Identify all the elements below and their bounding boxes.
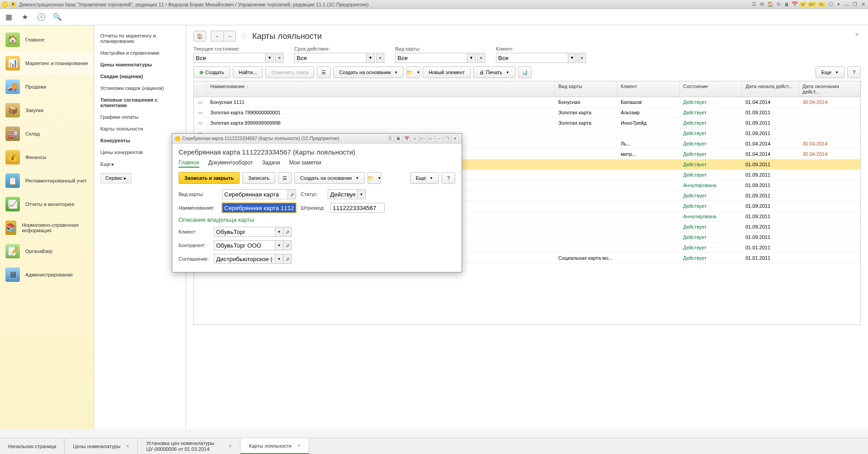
tab-docs[interactable]: Документооборот xyxy=(208,159,253,168)
tab-tasks[interactable]: Задачи xyxy=(262,159,280,168)
modal-tb-icon1[interactable]: ☰ xyxy=(387,136,394,142)
nav-reports[interactable]: 📈Отчеты и мониторинг xyxy=(0,192,94,216)
barcode-input[interactable] xyxy=(330,203,385,213)
nav-sales[interactable]: 🚚Продажи xyxy=(0,75,94,98)
modal-close-icon[interactable]: ✕ xyxy=(452,136,459,142)
th-client[interactable]: Клиент xyxy=(617,81,679,97)
clear-icon[interactable]: × xyxy=(376,53,384,63)
modal-titlebar[interactable]: Серебрянная карта 1112223334567 (Карты л… xyxy=(172,134,462,144)
favorite-icon[interactable]: ★ xyxy=(21,13,29,21)
modal-maximize-icon[interactable]: ❐ xyxy=(443,136,451,142)
cancel-search-button[interactable]: Отменить поиск xyxy=(265,66,314,78)
modal-create-based-button[interactable]: Создать на основании▼ xyxy=(294,172,365,184)
back-button[interactable]: ← xyxy=(211,31,223,42)
dropdown-icon[interactable]: ▼ xyxy=(568,53,576,63)
modal-memory-mplus[interactable]: M+ xyxy=(419,136,426,142)
dropdown-icon[interactable]: ▾ xyxy=(275,240,283,250)
open-icon[interactable]: ⬀ xyxy=(288,189,296,199)
sub-reports[interactable]: Отчеты по маркетингу и планированию xyxy=(94,30,186,47)
sub-prices[interactable]: Цены номенклатуры xyxy=(94,59,186,70)
th-status[interactable]: Состояние xyxy=(679,81,742,97)
dropdown-icon[interactable]: ▾ xyxy=(275,227,283,237)
tab-notes[interactable]: Мои заметки xyxy=(289,159,321,168)
btab-start[interactable]: Начальная страница xyxy=(0,438,65,454)
dropdown-icon[interactable]: ▼ xyxy=(467,53,476,63)
maximize-icon[interactable]: ❐ xyxy=(852,1,858,8)
close-icon[interactable]: ✕ xyxy=(860,1,866,8)
more-button[interactable]: Еще▼ xyxy=(816,66,844,78)
filter-cardtype-input[interactable] xyxy=(395,53,467,63)
tb-icon-1[interactable]: ☰ xyxy=(751,1,757,8)
filter-period-input[interactable] xyxy=(294,53,367,63)
nav-purchases[interactable]: 📦Закупки xyxy=(0,98,94,122)
modal-more-button[interactable]: Еще▼ xyxy=(410,172,439,184)
sub-service-button[interactable]: Сервис ▸ xyxy=(100,173,132,183)
table-row[interactable]: ▭Золотая карта 9999999999998Золотая карт… xyxy=(194,118,860,128)
nav-marketing[interactable]: 📊Маркетинг и планирование xyxy=(0,51,94,75)
open-icon[interactable]: ⬀ xyxy=(283,240,292,250)
find-button[interactable]: Найти... xyxy=(233,66,263,78)
nav-admin[interactable]: 🖥Администрирование xyxy=(0,263,94,286)
th-type[interactable]: Вид карты xyxy=(555,81,617,97)
th-end[interactable]: Дата окончания дейст... xyxy=(799,81,860,97)
open-icon[interactable]: ⬀ xyxy=(283,254,292,264)
modal-folder-button[interactable]: 📁▼ xyxy=(368,172,381,184)
minimize-icon[interactable]: — xyxy=(844,1,850,8)
contractor-input[interactable] xyxy=(214,240,275,250)
clear-icon[interactable]: × xyxy=(275,53,283,63)
th-icon[interactable] xyxy=(194,81,207,97)
table-row[interactable]: ▭Золотая карта 7890000000001Золотая карт… xyxy=(194,108,860,118)
folder-icon-button[interactable]: 📁▼ xyxy=(406,66,420,78)
close-page-icon[interactable]: ✕ xyxy=(855,32,859,37)
dropdown-icon[interactable]: ▼ xyxy=(367,53,375,63)
filter-client-input[interactable] xyxy=(496,53,568,63)
list-icon-button[interactable]: ☰ xyxy=(278,172,292,184)
new-element-button[interactable]: Новый элемент xyxy=(423,66,471,78)
tb-icon-cal[interactable]: 📅 xyxy=(792,1,798,8)
modal-memory-m[interactable]: M xyxy=(411,136,418,142)
info-icon[interactable]: ⓘ xyxy=(827,1,834,8)
tb-icon-3[interactable]: 🏠 xyxy=(767,1,774,8)
dropdown-icon[interactable]: ▾ xyxy=(275,254,283,264)
sub-settings[interactable]: Настройки и справочники xyxy=(94,47,186,59)
btab-prices[interactable]: Цены номенклатуры✕ xyxy=(65,438,138,454)
clear-icon[interactable]: × xyxy=(477,53,485,63)
client-input[interactable] xyxy=(214,227,275,237)
tb-icon-4[interactable]: ↻ xyxy=(775,1,782,8)
tb-icon-2[interactable]: ⧉ xyxy=(759,1,765,8)
list-icon-button[interactable]: ☰ xyxy=(317,66,330,78)
nav-finance[interactable]: 💰Финансы xyxy=(0,145,94,169)
clear-icon[interactable]: × xyxy=(578,53,586,63)
dd-icon[interactable]: ▾ xyxy=(835,1,842,8)
close-tab-icon[interactable]: ✕ xyxy=(126,444,129,449)
dropdown-icon[interactable]: ▾ xyxy=(10,1,16,8)
modal-tb-icon3[interactable]: 📅 xyxy=(403,136,410,142)
nav-warehouse[interactable]: 🏭Склад xyxy=(0,122,94,145)
memory-mminus[interactable]: M- xyxy=(818,2,826,7)
nav-main[interactable]: 🏠Главное xyxy=(0,28,94,51)
name-input[interactable] xyxy=(222,203,296,213)
export-icon-button[interactable]: 📊 xyxy=(518,66,532,78)
search-icon[interactable]: 🔍 xyxy=(53,13,61,21)
sub-payment-schedules[interactable]: Графики оплаты xyxy=(94,111,186,123)
nav-organizer[interactable]: 📝Органайзер xyxy=(0,239,94,263)
memory-m[interactable]: M xyxy=(800,2,806,7)
forward-button[interactable]: → xyxy=(223,31,236,42)
memory-mplus[interactable]: M+ xyxy=(808,2,816,7)
home-button[interactable]: 🏠 xyxy=(193,31,206,42)
help-button[interactable]: ? xyxy=(847,66,861,78)
th-start[interactable]: Дата начала дейст... xyxy=(742,81,799,97)
sub-discount-setup[interactable]: Установки скидок (наценок) xyxy=(94,82,186,94)
create-based-button[interactable]: Создать на основании▼ xyxy=(333,66,404,78)
modal-minimize-icon[interactable]: — xyxy=(435,136,443,142)
create-button[interactable]: ⊕Создать xyxy=(193,66,230,78)
modal-tb-icon2[interactable]: 🖩 xyxy=(395,136,402,142)
nav-reference[interactable]: 📚Нормативно-справочная информация xyxy=(0,216,94,239)
table-row[interactable]: ▭Бонусная 1111БонуснаяБалашовДействует01… xyxy=(194,97,860,108)
modal-memory-mminus[interactable]: M- xyxy=(427,136,434,142)
cardtype-input[interactable] xyxy=(222,189,288,199)
sub-discounts[interactable]: Скидки (наценки) xyxy=(94,70,186,82)
modal-help-button[interactable]: ? xyxy=(442,172,455,184)
close-tab-icon[interactable]: ✕ xyxy=(228,444,232,449)
filter-state-input[interactable] xyxy=(193,53,266,63)
